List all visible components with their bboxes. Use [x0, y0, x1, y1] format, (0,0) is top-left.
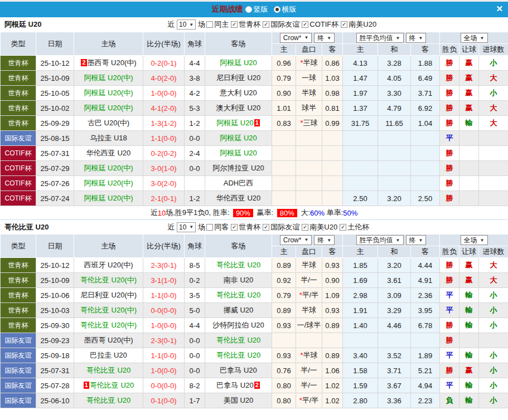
avg-odds-select[interactable]: 胜平负均值▼ [356, 235, 404, 245]
red-card-badge: 2 [254, 382, 260, 389]
league-type-badge: 世青杯 [1, 56, 36, 71]
sub-column-header-5: 客 [411, 246, 440, 258]
avg-draw: 3.29 [378, 303, 411, 318]
league-checkbox[interactable]: ✓COTIF杯 [302, 19, 338, 30]
league-type-badge: COTIF杯 [1, 146, 36, 161]
handicap: 半/一 [296, 378, 322, 393]
rate-badge: 90% [233, 209, 253, 217]
match-scope-select[interactable]: 全场▼ [461, 33, 488, 43]
corner-cell: 4-2 [185, 86, 205, 101]
final-odds-select[interactable]: 终▼ [314, 235, 335, 245]
league-checkbox[interactable]: ✓南美U20 [302, 222, 337, 232]
league-checkbox-label: 南美U20 [349, 19, 376, 30]
home-team-label: 华伦西亚 U20 [86, 149, 130, 157]
same-venue-checkbox[interactable]: 同客 [206, 222, 229, 232]
table-row: 国际友谊25-09-18巴拉圭 U201-1(0-0)0-0哥伦比亚 U200.… [1, 348, 508, 363]
odds-company-select[interactable]: Crow*▼ [280, 33, 312, 43]
column-header-4: 角球 [185, 235, 205, 258]
avg-odds-select[interactable]: 胜平负均值▼ [356, 33, 404, 43]
recent-count-select[interactable]: 10 ▼ [177, 19, 196, 30]
result-outcome: 勝 [440, 161, 459, 176]
result-outcome: 勝 [440, 146, 459, 161]
away-team-label: 阿尔博拉亚 U20 [212, 164, 264, 172]
avg-away: 5.21 [411, 363, 440, 378]
away-team: ADH巴西 [205, 176, 272, 191]
away-team: 阿根廷 U20 [205, 146, 272, 161]
checkbox-checked-icon: ✓ [263, 21, 269, 28]
summary-text: 场,胜9平1负0, 胜率: [166, 208, 231, 218]
result-goals [479, 191, 508, 206]
league-checkbox[interactable]: ✓国际友谊 [263, 222, 299, 232]
avg-home: 1.58 [343, 363, 378, 378]
match-date: 25-10-12 [36, 56, 74, 71]
result-goals [479, 131, 508, 146]
games-label: 场 [198, 222, 205, 232]
team-section-colombia: 哥伦比亚 U20 近 10 ▼ 场 同客 ✓世青杯✓国际友谊✓南美U20✓土伦杯… [0, 219, 508, 408]
column-header-2: 主场 [74, 235, 143, 258]
chevron-down-icon: ▼ [480, 238, 485, 243]
league-checkbox[interactable]: ✓土伦杯 [340, 222, 369, 232]
score-cell: 0-1(0-0) [143, 393, 185, 408]
league-checkbox[interactable]: ✓世青杯 [231, 222, 260, 232]
recent-count-select[interactable]: 10 ▼ [177, 222, 196, 232]
match-date: 25-07-31 [36, 363, 74, 378]
result-handicap: 赢 [459, 101, 479, 116]
same-venue-checkbox[interactable]: 同主 [206, 19, 229, 30]
avg-away [411, 161, 440, 176]
avg-away: 2.50 [411, 191, 440, 206]
result-goals: 大 [479, 71, 508, 86]
result-outcome: 平 [440, 288, 459, 303]
match-date: 25-07-26 [36, 176, 74, 191]
avg-draw: 3.67 [378, 378, 411, 393]
result-handicap: 赢 [459, 363, 479, 378]
home-team-label: 阿根廷 U20(中) [84, 194, 133, 202]
layout-vertical-radio[interactable]: 竖版 [245, 4, 268, 14]
home-team-label: 墨西哥 U20(中) [88, 58, 137, 67]
chevron-down-icon: ▼ [304, 237, 308, 242]
result-handicap: 輸 [459, 288, 479, 303]
match-scope-select[interactable]: 全场▼ [461, 235, 488, 245]
sub-column-header-5: 客 [411, 44, 440, 56]
result-outcome: 勝 [440, 318, 459, 333]
avg-draw: 3.71 [378, 363, 411, 378]
home-odds [272, 161, 296, 176]
avg-away [411, 333, 440, 348]
result-goals: 大 [479, 273, 508, 288]
avg-away: 1.88 [411, 56, 440, 71]
home-team-label: 哥伦比亚 U20 [90, 381, 134, 389]
home-team-label: 西班牙 U20(中) [84, 261, 133, 269]
final-odds-select[interactable]: 终▼ [314, 33, 335, 43]
chevron-down-icon: ▼ [419, 238, 423, 243]
away-team-label: 尼日利亚 U20 [216, 74, 260, 82]
corner-cell: 5-0 [185, 303, 205, 318]
handicap: *半球 [296, 348, 322, 363]
final-avg-select[interactable]: 终▼ [406, 33, 427, 43]
close-icon[interactable]: ✕ [496, 4, 503, 14]
avg-home: 1.91 [343, 303, 378, 318]
avg-draw: 3.20 [378, 191, 411, 206]
home-odds [272, 176, 296, 191]
avg-home: 2.98 [343, 288, 378, 303]
home-team-label: 哥伦比亚 U20(中) [80, 321, 137, 329]
column-header-1: 日期 [36, 32, 74, 56]
avg-away: 4.94 [411, 378, 440, 393]
score-cell: 0-0(0-0) [143, 378, 185, 393]
home-odds [272, 333, 296, 348]
layout-horizontal-radio[interactable]: 横版 [274, 4, 297, 14]
league-checkbox[interactable]: ✓世青杯 [231, 19, 260, 30]
away-odds: 1.02 [322, 393, 343, 408]
chevron-down-icon: ▼ [480, 36, 485, 41]
scope-header-group: 全场▼ [440, 235, 508, 246]
league-checkbox[interactable]: ✓南美U20 [341, 19, 376, 30]
avg-home [343, 146, 378, 161]
away-odds: 0.81 [322, 101, 343, 116]
avg-header-group: 胜平负均值▼终▼ [343, 32, 440, 44]
avg-home [343, 131, 378, 146]
final-avg-select[interactable]: 终▼ [406, 235, 427, 245]
away-odds [322, 176, 343, 191]
score-cell: 1-0(0-0) [143, 318, 185, 333]
league-checkbox[interactable]: ✓国际友谊 [263, 19, 299, 30]
table-row: 国际友谊25-07-281哥伦比亚 U200-0(0-0)8-2巴拿马 U202… [1, 378, 508, 393]
home-team: 尼日利亚 U20(中) [74, 288, 143, 303]
odds-company-select[interactable]: Crow*▼ [280, 235, 312, 245]
